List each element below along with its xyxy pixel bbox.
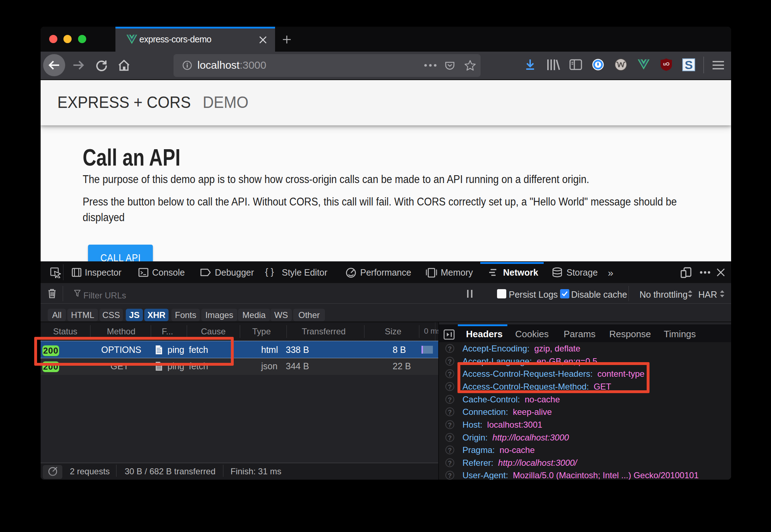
svg-text:uO: uO [663, 61, 669, 67]
svg-text:S: S [685, 58, 693, 71]
